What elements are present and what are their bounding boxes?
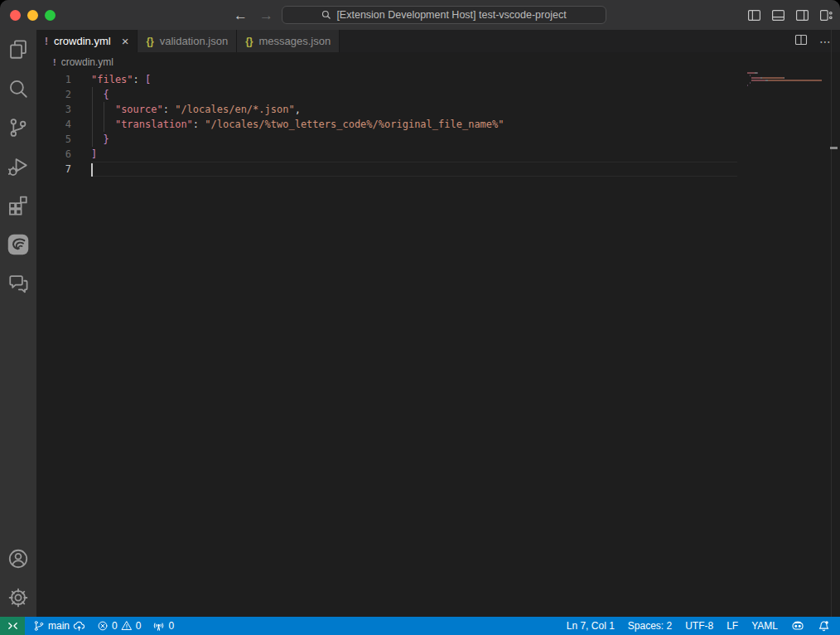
activity-item-run-and-debug[interactable] <box>0 147 36 186</box>
activity-item-accounts[interactable] <box>0 539 36 578</box>
code-line-5[interactable]: 5 } <box>36 132 840 147</box>
code-line-6[interactable]: 6] <box>36 147 840 162</box>
files-icon <box>7 39 29 61</box>
tab-messages.json[interactable]: {}messages.json <box>237 30 340 52</box>
activity-bar <box>0 30 36 617</box>
warning-icon <box>121 620 133 632</box>
line-content[interactable]: "source": "/locales/en/*.json", <box>91 102 737 117</box>
gear-icon <box>7 587 29 608</box>
minimap-line <box>747 72 827 74</box>
activity-item-explorer[interactable] <box>0 30 36 69</box>
line-number: 5 <box>36 132 71 147</box>
minimize-window-button[interactable] <box>27 10 38 21</box>
status-label: 0 <box>168 620 174 632</box>
status-eol[interactable]: LF <box>727 620 738 632</box>
code-line-4[interactable]: 4 "translation": "/locales/%two_letters_… <box>36 117 840 132</box>
token-bracket: { <box>103 89 109 100</box>
navigate-forward-icon[interactable]: → <box>259 8 273 22</box>
indent-guide <box>92 117 93 132</box>
status-copilot[interactable] <box>791 619 804 633</box>
status-indentation[interactable]: Spaces: 2 <box>628 620 672 632</box>
token-bracket: } <box>103 133 109 145</box>
token-string: "/locales/%two_letters_code%/%original_f… <box>205 119 504 130</box>
toggle-panel-icon[interactable] <box>770 7 785 22</box>
code-editor[interactable]: 1"files": [2 {3 "source": "/locales/en/*… <box>36 72 840 617</box>
account-icon <box>7 548 29 570</box>
minimap[interactable] <box>747 72 827 90</box>
more-actions-icon[interactable]: ⋯ <box>819 35 832 48</box>
status-label: LF <box>727 620 738 632</box>
line-content[interactable]: { <box>91 87 737 102</box>
line-content[interactable]: "files": [ <box>91 72 737 87</box>
token-plain <box>91 133 103 145</box>
close-window-button[interactable] <box>10 10 21 21</box>
status-label: Spaces: 2 <box>628 620 672 632</box>
status-language-mode[interactable]: YAML <box>751 620 778 632</box>
line-content[interactable]: "translation": "/locales/%two_letters_co… <box>91 117 737 132</box>
activity-item-source-control[interactable] <box>0 108 36 147</box>
text-cursor <box>91 163 93 177</box>
status-label: UTF-8 <box>685 620 713 632</box>
status-label: YAML <box>751 620 778 632</box>
status-git-branch[interactable]: main <box>33 620 85 633</box>
search-icon <box>7 78 29 99</box>
toggle-primary-sidebar-icon[interactable] <box>746 7 761 22</box>
line-content[interactable]: ] <box>91 147 737 162</box>
line-number: 2 <box>36 87 71 102</box>
token-plain <box>91 119 115 130</box>
code-line-3[interactable]: 3 "source": "/locales/en/*.json", <box>36 102 840 117</box>
navigate-back-icon[interactable]: ← <box>234 8 248 22</box>
debug-icon <box>7 156 29 177</box>
activity-item-extensions[interactable] <box>0 186 36 225</box>
token-punct: : <box>193 119 205 130</box>
code-line-1[interactable]: 1"files": [ <box>36 72 840 87</box>
yaml-file-icon: ! <box>53 57 56 67</box>
status-notifications[interactable] <box>818 620 830 633</box>
status-cursor-position[interactable]: Ln 7, Col 1 <box>567 620 615 632</box>
comments-icon <box>7 273 29 294</box>
activity-item-settings[interactable] <box>0 578 36 617</box>
toggle-secondary-sidebar-icon[interactable] <box>794 7 809 22</box>
activity-item-crowdin[interactable] <box>0 225 36 264</box>
split-editor-icon[interactable] <box>794 33 808 50</box>
token-punct: : <box>163 104 175 115</box>
token-key: "files" <box>91 74 133 85</box>
bell-dot-icon <box>818 620 830 633</box>
minimap-line <box>747 80 827 81</box>
close-tab-icon[interactable]: × <box>122 35 129 47</box>
line-content[interactable]: } <box>91 132 737 147</box>
remote-indicator[interactable] <box>0 617 25 635</box>
vscode-window: ← → [Extension Development Host] test-vs… <box>0 0 840 635</box>
customize-layout-icon[interactable] <box>818 7 833 22</box>
publish-icon <box>73 620 85 633</box>
token-bracket: [ <box>145 74 151 85</box>
error-icon <box>97 620 109 632</box>
breadcrumb[interactable]: ! crowdin.yml <box>36 52 840 72</box>
tab-validation.json[interactable]: {}validation.json <box>138 30 237 52</box>
status-problems[interactable]: 00 <box>97 620 141 632</box>
line-content[interactable] <box>91 162 737 177</box>
code-line-7[interactable]: 7 <box>36 162 840 177</box>
code-line-2[interactable]: 2 { <box>36 87 840 102</box>
status-count: 0 <box>136 620 142 632</box>
zoom-window-button[interactable] <box>45 10 56 21</box>
json-file-icon: {} <box>146 36 153 47</box>
traffic-lights <box>10 10 56 21</box>
token-string: "/locales/en/*.json" <box>175 104 295 115</box>
overview-ruler-marker <box>830 147 838 149</box>
minimap-line <box>747 77 827 79</box>
yaml-file-icon: ! <box>45 36 48 47</box>
copilot-icon <box>791 619 804 633</box>
indent-guide <box>92 132 93 147</box>
status-encoding[interactable]: UTF-8 <box>685 620 713 632</box>
activity-item-search[interactable] <box>0 69 36 108</box>
line-number: 3 <box>36 102 71 117</box>
token-punct: , <box>295 104 301 115</box>
status-ports[interactable]: 0 <box>152 620 174 633</box>
activity-item-comments[interactable] <box>0 264 36 303</box>
minimap-line <box>747 87 827 89</box>
token-bracket: ] <box>91 148 97 160</box>
command-center-search[interactable]: [Extension Development Host] test-vscode… <box>282 6 606 24</box>
tab-bar: !crowdin.yml×{}validation.json{}messages… <box>36 30 840 52</box>
tab-crowdin.yml[interactable]: !crowdin.yml× <box>36 30 138 52</box>
